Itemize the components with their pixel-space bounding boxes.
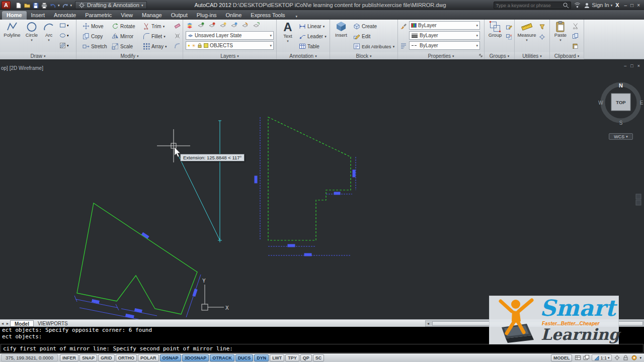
edit-block-button[interactable]: Edit	[353, 32, 370, 41]
search-icon[interactable]	[562, 2, 569, 9]
annotation-scale-control[interactable]: 1:1 ▾	[592, 354, 612, 361]
tab-insert[interactable]: Insert	[27, 11, 50, 20]
panel-title-groups[interactable]: Groups ▾	[485, 52, 514, 59]
polyline-button[interactable]: Polyline	[2, 21, 22, 38]
plot-button[interactable]	[41, 2, 47, 9]
linetype-dropdown[interactable]: ByLayer ▾	[409, 41, 480, 50]
maximize-button[interactable]: □	[630, 3, 633, 8]
leader-button[interactable]: Leader ▾	[299, 32, 327, 41]
object-color-dropdown[interactable]: ByLayer ▾	[409, 21, 480, 30]
table-button[interactable]: Table	[299, 42, 319, 51]
panel-title-modify[interactable]: Modify ▾	[76, 52, 183, 59]
ribbon-state-button[interactable]: ▾	[293, 13, 301, 20]
panel-title-utilities[interactable]: Utilities ▾	[515, 52, 549, 59]
original-dimensions[interactable]	[74, 232, 201, 319]
toggle-polar[interactable]: POLAR	[138, 354, 159, 361]
layer-properties-button[interactable]	[186, 22, 194, 29]
undo-caret-icon[interactable]: ▾	[58, 4, 60, 7]
viewport-controls-label[interactable]: op] [2D Wireframe]	[1, 65, 43, 71]
panel-title-layers[interactable]: Layers ▾	[183, 52, 276, 59]
viewcube-south-label[interactable]: S	[619, 120, 623, 126]
drawing-area[interactable]: Y X N W E S TOP op] [2D Wireframe] – □	[0, 59, 644, 319]
toggle-tpy[interactable]: TPY	[285, 354, 299, 361]
ellipse-tool-button[interactable]: ▾	[59, 32, 69, 39]
search-input[interactable]	[496, 3, 561, 8]
redo-caret-icon[interactable]: ▾	[70, 4, 72, 7]
navigation-bar[interactable]	[636, 194, 641, 205]
layer-lock-icon[interactable]	[197, 43, 202, 48]
viewcube[interactable]: N W E S TOP	[598, 82, 643, 126]
create-block-button[interactable]: Create	[353, 22, 377, 31]
model-paper-toggle[interactable]: MODEL	[551, 354, 573, 361]
layer-dropdown[interactable]: ● ☀ OBJECTS ▾	[186, 41, 274, 50]
panel-title-draw[interactable]: Draw ▾	[0, 52, 76, 59]
paste-special-button[interactable]	[572, 43, 579, 49]
dialog-launcher-icon[interactable]	[479, 54, 483, 58]
toggle-sc[interactable]: SC	[313, 354, 325, 361]
linear-dimension-button[interactable]: Linear ▾	[299, 22, 325, 31]
rectangle-tool-button[interactable]: ▾	[59, 22, 69, 29]
quick-view-drawings-icon[interactable]	[583, 354, 590, 361]
id-point-button[interactable]	[539, 34, 545, 40]
circle-button[interactable]: Circle ▾	[23, 21, 40, 42]
viewcube-east-label[interactable]: E	[640, 100, 643, 106]
insert-block-button[interactable]: Insert	[332, 21, 350, 38]
viewcube-north-label[interactable]: N	[619, 82, 623, 88]
erase-button[interactable]	[174, 23, 181, 29]
layer-freeze-sun-icon[interactable]: ☀	[192, 43, 196, 48]
trim-button[interactable]: Trim ▾	[143, 22, 165, 31]
new-file-button[interactable]	[15, 2, 22, 9]
workspace-switching-icon[interactable]	[614, 354, 620, 361]
isolate-objects-icon[interactable]	[631, 354, 637, 361]
toggle-infer[interactable]: INFER	[60, 354, 78, 361]
layout-prev-icon[interactable]: ◂	[0, 321, 5, 326]
layer-state-dropdown[interactable]: Unsaved Layer State ▾	[186, 31, 274, 40]
viewcube-west-label[interactable]: W	[598, 100, 603, 106]
scroll-left-icon[interactable]: ◂	[426, 321, 431, 326]
array-button[interactable]: Array ▾	[143, 42, 167, 51]
arc-button[interactable]: Arc ▾	[41, 21, 56, 42]
measure-button[interactable]: Measure ▾	[516, 21, 537, 42]
edit-attributes-button[interactable]: Edit Attributes ▾	[353, 42, 394, 51]
panel-title-clipboard[interactable]: Clipboard ▾	[550, 52, 584, 59]
original-polygon[interactable]	[77, 203, 197, 314]
explode-button[interactable]	[174, 33, 181, 39]
array-caret-icon[interactable]: ▾	[165, 45, 167, 48]
group-button[interactable]: Group	[486, 21, 504, 38]
redo-button[interactable]	[62, 2, 68, 9]
toggle-grid[interactable]: GRID	[98, 354, 115, 361]
open-file-button[interactable]	[24, 2, 30, 9]
tab-parametric[interactable]: Parametric	[80, 11, 116, 20]
tab-home[interactable]: Home	[2, 11, 27, 20]
toggle-qp[interactable]: QP	[300, 354, 312, 361]
layout-next-icon[interactable]: ▸	[5, 321, 10, 326]
sign-in-button[interactable]: Sign In ▾	[584, 2, 612, 9]
layer-tool-button[interactable]	[208, 22, 216, 29]
match-properties-button[interactable]	[400, 22, 407, 29]
layer-tool-button[interactable]	[197, 22, 205, 29]
layer-on-bulb-icon[interactable]: ●	[188, 43, 190, 48]
text-button[interactable]: A Text ▾	[279, 21, 296, 43]
autodesk360-icon[interactable]	[574, 2, 581, 9]
lock-ui-icon[interactable]	[622, 354, 629, 361]
leader-caret-icon[interactable]: ▾	[325, 35, 327, 38]
wcs-dropdown[interactable]: WCS ▾	[609, 133, 633, 140]
panel-title-block[interactable]: Block ▾	[330, 52, 397, 59]
help-search[interactable]	[494, 2, 571, 9]
toggle-ortho[interactable]: ORTHO	[116, 354, 137, 361]
toggle-3dosnap[interactable]: 3DOSNAP	[182, 354, 209, 361]
ungroup-button[interactable]	[506, 34, 512, 40]
trim-caret-icon[interactable]: ▾	[163, 25, 165, 28]
tab-annotate[interactable]: Annotate	[49, 11, 80, 20]
properties-list-button[interactable]	[400, 42, 407, 49]
layer-tool-button[interactable]	[242, 22, 249, 29]
lineweight-dropdown[interactable]: ByLayer ▾	[409, 31, 480, 40]
layer-color-swatch[interactable]	[204, 43, 208, 48]
layer-tool-button[interactable]	[253, 22, 260, 29]
coordinates-display[interactable]: 375, 199.3621, 0.0000	[1, 354, 58, 361]
drawing-restore-button[interactable]: □	[630, 63, 633, 68]
toggle-dyn[interactable]: DYN	[254, 354, 269, 361]
stretch-button[interactable]: Stretch	[83, 42, 107, 51]
toggle-lwt[interactable]: LWT	[270, 354, 284, 361]
viewcube-top-label[interactable]: TOP	[616, 100, 626, 105]
